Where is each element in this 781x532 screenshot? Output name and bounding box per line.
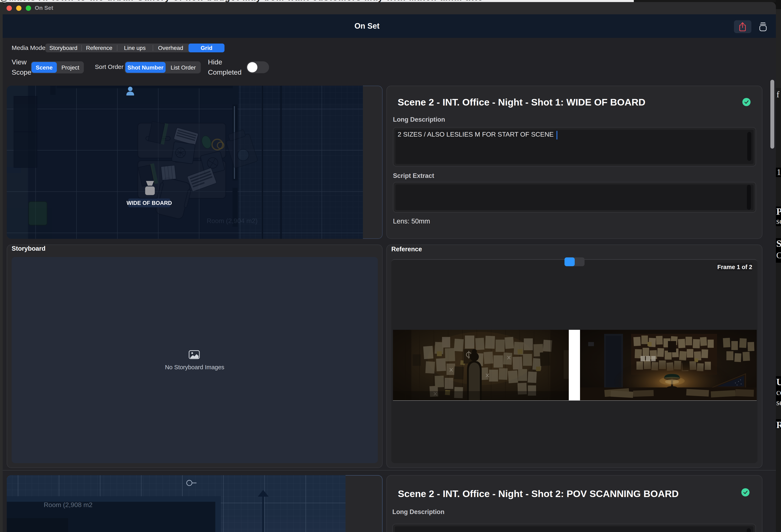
svg-text:Room (2,908 m2: Room (2,908 m2: [44, 501, 92, 508]
svg-text:Room (2,904 m2): Room (2,904 m2): [207, 217, 258, 224]
svg-text:WIDE OF BOARD: WIDE OF BOARD: [127, 200, 172, 206]
